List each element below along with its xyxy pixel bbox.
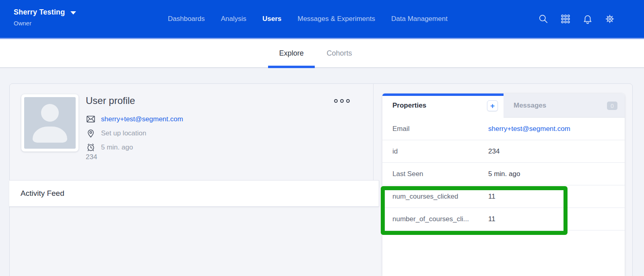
top-nav-bar: Sherry Testing Owner Dashboards Analysis… [0,0,644,39]
property-value: 11 [488,215,495,223]
property-key: Email [392,125,488,133]
tab-messages[interactable]: Messages 0 [504,93,625,118]
property-row-id: id 234 [382,140,625,163]
tab-messages-label: Messages [514,102,546,110]
tab-properties[interactable]: Properties + [382,93,504,118]
property-value: 234 [488,147,500,156]
secondary-tab-bar: Explore Cohorts [0,39,644,68]
settings-gear-icon[interactable] [605,14,615,24]
profile-email-row: sherry+test@segment.com [86,112,183,126]
user-id-text: 234 [86,153,97,161]
property-row-last-seen: Last Seen 5 min. ago [382,163,625,185]
user-profile-section: User profile sherry+test@segment.com Set… [9,83,374,180]
property-row-num-courses-clicked: num_courses_clicked 11 [382,185,625,208]
nav-icon-group [538,0,615,38]
dot-icon [340,99,344,103]
property-key: num_courses_clicked [392,193,488,201]
page-title: User profile [86,95,183,106]
avatar-placeholder-image [24,97,76,149]
nav-item-messages-experiments[interactable]: Messages & Experiments [297,15,375,23]
property-value: 11 [488,193,495,201]
account-switcher[interactable]: Sherry Testing Owner [14,8,76,27]
envelope-icon [86,114,96,124]
more-options-button[interactable] [332,98,351,104]
property-key: number_of_courses_cli... [392,215,488,223]
apps-grid-icon[interactable] [560,14,571,24]
last-seen-text: 5 min. ago [101,143,133,151]
property-value-email-link[interactable]: sherry+test@segment.com [488,125,570,133]
tab-explore[interactable]: Explore [268,39,315,67]
search-icon[interactable] [538,14,549,24]
profile-last-seen-row: 5 min. ago [86,140,183,154]
set-up-location-link[interactable]: Set up location [101,129,146,137]
main-nav: Dashboards Analysis Users Messages & Exp… [168,0,448,38]
activity-feed-section: Activity Feed [9,180,379,207]
dot-icon [334,99,338,103]
nav-item-dashboards[interactable]: Dashboards [168,15,205,23]
property-row-number-of-courses-clicked: number_of_courses_cli... 11 [382,208,625,230]
nav-item-users[interactable]: Users [262,15,281,23]
tab-properties-label: Properties [392,102,426,110]
activity-feed-title: Activity Feed [21,189,64,198]
notifications-bell-icon[interactable] [582,14,593,24]
dot-icon [346,99,350,103]
profile-location-row: Set up location [86,126,183,140]
property-key: Last Seen [392,170,488,178]
nav-item-analysis[interactable]: Analysis [221,15,246,23]
messages-count-badge: 0 [607,102,617,110]
account-name: Sherry Testing [14,8,65,17]
tab-cohorts[interactable]: Cohorts [322,39,357,67]
property-row-email: Email sherry+test@segment.com [382,118,625,140]
location-pin-icon [86,128,96,138]
avatar [21,94,78,151]
add-property-button[interactable]: + [487,100,498,111]
nav-item-data-management[interactable]: Data Management [391,15,448,23]
alarm-clock-icon [86,142,96,152]
active-tab-underline [268,66,315,68]
property-value: 5 min. ago [488,170,520,178]
profile-email-link[interactable]: sherry+test@segment.com [101,115,183,123]
property-key: id [392,147,488,156]
properties-tab-bar: Properties + Messages 0 [382,93,625,118]
chevron-down-icon [70,11,76,15]
account-role: Owner [14,20,76,27]
properties-panel: Properties + Messages 0 Email sherry+tes… [382,93,625,276]
